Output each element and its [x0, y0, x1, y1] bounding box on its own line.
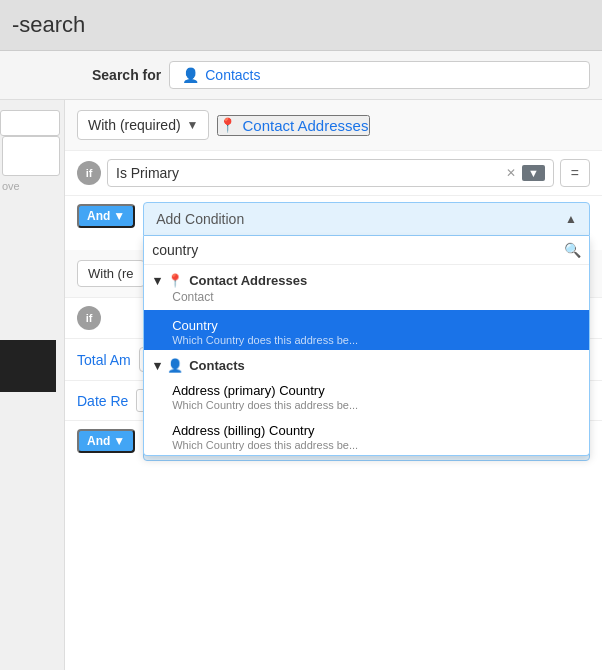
section-contacts-title: Contacts	[189, 358, 245, 373]
search-contacts-button[interactable]: 👤 Contacts	[169, 61, 590, 89]
with-req-label: With (re	[88, 266, 134, 281]
item-billing-sub: Which Country does this address be...	[172, 439, 579, 451]
equals-button[interactable]: =	[560, 159, 590, 187]
search-row: Search for 👤 Contacts	[0, 51, 602, 100]
left-sidebar: ove	[0, 100, 65, 670]
add-condition-trigger[interactable]: Add Condition ▲	[143, 202, 590, 236]
condition-field: Is Primary ✕ ▼	[107, 159, 554, 187]
section-contact-addresses: ▾ 📍 Contact Addresses	[144, 265, 589, 290]
chevron-up-icon: ▲	[565, 212, 577, 226]
if-badge-2: if	[77, 306, 101, 330]
with-req-dropdown-2[interactable]: With (re	[77, 260, 145, 287]
page-container: -search Search for 👤 Contacts ove With (…	[0, 0, 602, 670]
bottom-and-label: And	[87, 434, 110, 448]
condition-row-1: if Is Primary ✕ ▼ =	[65, 151, 602, 196]
add-condition-dropdown: Add Condition ▲ 🔍 ▾ 📍	[143, 202, 590, 236]
item-billing-title: Address (billing) Country	[172, 423, 579, 438]
bottom-and-button[interactable]: And ▼	[77, 429, 135, 453]
and-row-1: And ▼ Add Condition ▲ 🔍	[65, 196, 602, 242]
dropdown-search-icon[interactable]: 🔍	[564, 242, 581, 258]
and-dropdown-button[interactable]: And ▼	[77, 204, 135, 228]
clear-condition-button[interactable]: ✕	[506, 166, 516, 180]
section-title: Contact Addresses	[189, 273, 307, 288]
add-condition-label: Add Condition	[156, 211, 244, 227]
pin-icon: 📍	[219, 117, 236, 133]
expand-condition-button[interactable]: ▼	[522, 165, 545, 181]
black-block	[0, 340, 56, 392]
contact-addresses-button[interactable]: 📍 Contact Addresses	[217, 115, 370, 136]
item-country-sub: Which Country does this address be...	[172, 334, 579, 346]
chevron-down-icon: ▼	[187, 118, 199, 132]
section-arrow-icon: ▾	[154, 273, 161, 288]
item-primary-sub: Which Country does this address be...	[172, 399, 579, 411]
with-required-dropdown[interactable]: With (required) ▼	[77, 110, 209, 140]
if-badge: if	[77, 161, 101, 185]
item-primary-title: Address (primary) Country	[172, 383, 579, 398]
total-label: Total Am	[77, 352, 131, 368]
and-label: And	[87, 209, 110, 223]
section-contacts: ▾ 👤 Contacts	[144, 350, 589, 375]
contacts-label: Contacts	[205, 67, 260, 83]
dropdown-item-country[interactable]: Country Which Country does this address …	[144, 310, 589, 350]
section-pin-icon: 📍	[167, 273, 183, 288]
with-row-1: With (required) ▼ 📍 Contact Addresses	[65, 100, 602, 151]
contact-addresses-label: Contact Addresses	[242, 117, 368, 134]
search-label: Search for	[92, 67, 161, 83]
right-content: With (required) ▼ 📍 Contact Addresses if…	[65, 100, 602, 670]
equals-label: =	[571, 165, 579, 181]
date-label: Date Re	[77, 393, 128, 409]
dropdown-item-primary-country[interactable]: Address (primary) Country Which Country …	[144, 375, 589, 415]
dropdown-search-input[interactable]	[152, 242, 558, 258]
section-contacts-arrow: ▾	[154, 358, 161, 373]
add-condition-panel: 🔍 ▾ 📍 Contact Addresses Contact Country	[143, 236, 590, 456]
left-textarea[interactable]	[2, 136, 60, 176]
contact-icon: 👤	[182, 67, 199, 83]
dropdown-search-row: 🔍	[144, 236, 589, 265]
content-area: ove With (required) ▼ 📍 Contact Addresse…	[0, 100, 602, 670]
section-contacts-icon: 👤	[167, 358, 183, 373]
left-label: ove	[2, 180, 20, 192]
header-bar: -search	[0, 0, 602, 51]
bottom-and-chevron: ▼	[113, 434, 125, 448]
with-required-label: With (required)	[88, 117, 181, 133]
section-subtitle: Contact	[144, 290, 589, 310]
item-country-title: Country	[172, 318, 579, 333]
and-chevron-icon: ▼	[113, 209, 125, 223]
page-title: -search	[12, 12, 85, 38]
left-input[interactable]	[0, 110, 60, 136]
condition-field-value: Is Primary	[116, 165, 179, 181]
dropdown-item-billing-country[interactable]: Address (billing) Country Which Country …	[144, 415, 589, 455]
